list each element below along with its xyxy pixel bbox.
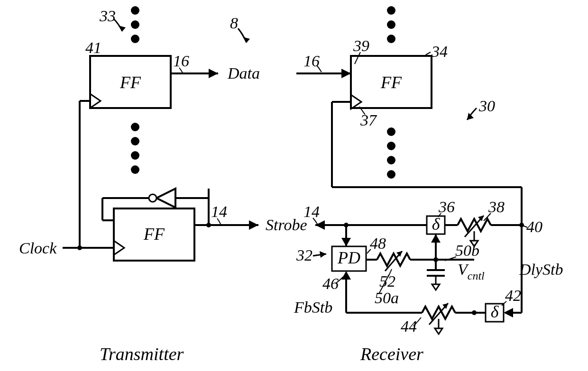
ff-block-tx-top-label: FF: [119, 73, 141, 92]
transmitter-section-label: Transmitter: [100, 344, 184, 364]
svg-marker-8: [243, 37, 250, 43]
svg-point-33: [387, 127, 395, 136]
svg-point-1: [131, 20, 139, 29]
svg-point-5: [131, 151, 139, 160]
svg-point-6: [131, 165, 139, 174]
clock-label: Clock: [19, 239, 57, 257]
ref-8: 8: [230, 14, 238, 32]
svg-marker-52: [504, 308, 513, 317]
svg-marker-38: [315, 220, 325, 230]
fbstb-label: FbStb: [294, 299, 332, 316]
svg-point-3: [131, 123, 139, 131]
ref-41: 41: [85, 39, 101, 56]
ref-32: 32: [296, 246, 312, 264]
svg-point-2: [131, 35, 139, 43]
ff-block-tx-bottom-label: FF: [143, 225, 165, 244]
svg-point-35: [387, 156, 395, 164]
ref-50a: 50a: [375, 289, 399, 307]
ref-50b: 50b: [455, 242, 479, 259]
svg-point-27: [387, 6, 395, 15]
data-label: Data: [227, 64, 260, 82]
svg-point-34: [387, 142, 395, 150]
svg-point-4: [131, 137, 139, 145]
pd-block-label: PD: [337, 248, 360, 267]
svg-marker-65: [320, 251, 326, 258]
svg-marker-10: [209, 69, 218, 78]
ff-block-rx-label: FF: [380, 73, 402, 92]
ref-34: 34: [431, 43, 448, 60]
svg-point-0: [131, 6, 139, 15]
delta-block-42-label: δ: [491, 302, 499, 321]
strobe-label: Strobe: [266, 216, 307, 234]
ref-40: 40: [526, 218, 542, 235]
ref-14-in: 14: [303, 203, 320, 220]
capacitor-50b: [427, 260, 445, 290]
ref-52: 52: [379, 272, 395, 290]
ref-39: 39: [353, 37, 369, 54]
svg-marker-7: [119, 26, 126, 31]
svg-point-29: [387, 35, 395, 43]
svg-marker-72: [431, 234, 441, 243]
ref-16-in: 16: [303, 52, 320, 70]
resistor-50a: [366, 251, 436, 271]
svg-marker-30: [467, 113, 474, 120]
svg-point-55: [472, 310, 477, 315]
vcntl-label: Vcntl: [458, 261, 485, 282]
svg-point-28: [387, 20, 395, 29]
svg-marker-32: [341, 69, 351, 78]
ref-42: 42: [505, 287, 521, 304]
ref-33: 33: [99, 7, 116, 25]
ref-44: 44: [401, 317, 417, 335]
svg-marker-62: [341, 271, 351, 280]
ref-30: 30: [478, 97, 495, 115]
dlystb-label: DlyStb: [519, 261, 563, 278]
ref-16-out: 16: [173, 52, 189, 70]
svg-point-36: [387, 170, 395, 179]
svg-point-17: [149, 194, 156, 202]
svg-marker-26: [249, 220, 258, 230]
circuit-diagram: FF 33 41 8 Data 16 FF Clock: [0, 0, 588, 371]
delta-block-36-label: δ: [432, 215, 441, 234]
ref-14-out: 14: [211, 203, 227, 220]
svg-marker-64: [341, 238, 351, 246]
receiver-section-label: Receiver: [360, 344, 423, 364]
svg-marker-78: [432, 284, 440, 290]
ref-48: 48: [370, 235, 386, 252]
svg-marker-60: [435, 328, 442, 334]
ref-37: 37: [360, 111, 377, 129]
